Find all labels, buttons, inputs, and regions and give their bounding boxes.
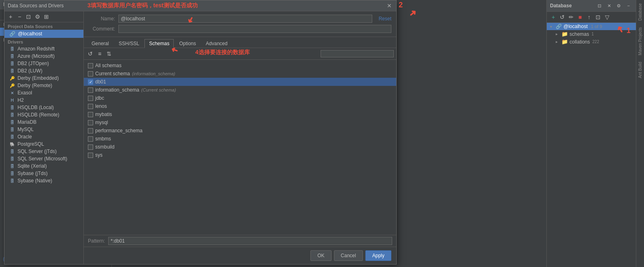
schema-item-mysql[interactable]: mysql	[84, 118, 396, 127]
tab-advanced[interactable]: Advanced	[201, 39, 232, 48]
schema-label-smbms: smbms	[95, 136, 111, 142]
checkbox-perf[interactable]	[88, 128, 93, 134]
schemas-tree-label: schemas	[570, 31, 589, 37]
schema-item-db01[interactable]: ✓ db01	[84, 78, 396, 86]
checkbox-ssmbuild[interactable]	[88, 144, 93, 150]
host-slash-icon: 🔗	[556, 24, 562, 29]
sidebar-remove-btn[interactable]: −	[15, 13, 24, 21]
reset-link[interactable]: Reset	[379, 16, 391, 22]
refresh-btn[interactable]: ↺	[86, 50, 94, 58]
db-edit-btn[interactable]: ✏	[567, 13, 575, 21]
db-panel-btn2[interactable]: ✕	[605, 2, 613, 10]
sidebar-driver-mysql[interactable]: 🗄MySQL	[4, 126, 83, 133]
sort-btn[interactable]: ⇅	[105, 50, 113, 58]
comment-input[interactable]	[118, 25, 391, 33]
schemas-list: All schemas Current schema (information_…	[84, 60, 396, 235]
sidebar-driver-db2-jtopen[interactable]: 🗄DB2 (JTOpen)	[4, 60, 83, 67]
side-tab-ant[interactable]: Ant Build	[637, 59, 643, 81]
pattern-input[interactable]	[108, 237, 392, 245]
schema-item-perf[interactable]: performance_schema	[84, 127, 396, 135]
sidebar-driver-sybase-jtds[interactable]: 🗄Sybase (jTds)	[4, 170, 83, 177]
ok-button[interactable]: OK	[310, 250, 331, 261]
sidebar-driver-sqlserver-ms[interactable]: 🗄SQL Server (Microsoft)	[4, 155, 83, 162]
tab-sshssl[interactable]: SSH/SSL	[114, 39, 144, 48]
cancel-button[interactable]: Cancel	[334, 250, 363, 261]
db-add-btn[interactable]: +	[549, 13, 557, 21]
sidebar-localhost-item[interactable]: 🔗 @localhost	[4, 30, 83, 38]
schema-item-sys[interactable]: sys	[84, 151, 396, 159]
side-tab-maven[interactable]: Maven Projects	[637, 24, 643, 59]
db-panel-btn3[interactable]: ⚙	[615, 2, 623, 10]
schema-item-all[interactable]: All schemas	[84, 61, 396, 70]
sidebar-driver-exasol[interactable]: ✕Exasol	[4, 89, 83, 96]
sidebar-driver-h2[interactable]: HH2	[4, 96, 83, 104]
schema-item-lenos[interactable]: lenos	[84, 102, 396, 110]
sidebar-driver-derby-rem[interactable]: 🔑Derby (Remote)	[4, 82, 83, 89]
sidebar-driver-sqlserver-jtds[interactable]: 🗄SQL Server (jTds)	[4, 148, 83, 155]
db-panel-btn4[interactable]: −	[624, 2, 633, 10]
checkbox-all[interactable]	[88, 63, 93, 68]
sidebar-driver-azure[interactable]: 🗄Azure (Microsoft)	[4, 53, 83, 60]
schema-item-smbms[interactable]: smbms	[84, 135, 396, 143]
db-panel-btn1[interactable]: ⊡	[595, 2, 603, 10]
db-host-item[interactable]: ▾ 🔗 @localhost 1 of 9	[547, 23, 636, 30]
schema-label-mysql: mysql	[95, 120, 108, 125]
checkbox-current[interactable]	[88, 71, 93, 77]
dialog-titlebar: Data Sources and Drivers ✕	[4, 0, 396, 11]
right-panel-title: Database ⊡ ✕ ⚙ −	[547, 0, 636, 12]
checkbox-mysql[interactable]	[88, 120, 93, 125]
checkbox-sys[interactable]	[88, 153, 93, 158]
schema-search-input[interactable]	[321, 50, 394, 57]
sidebar-driver-derby-emb[interactable]: 🔑Derby (Embedded)	[4, 74, 83, 82]
sidebar-driver-sybase-native[interactable]: 🗄Sybase (Native)	[4, 177, 83, 184]
checkbox-mybatis[interactable]	[88, 112, 93, 117]
sidebar-more-btn[interactable]: ⊞	[42, 13, 50, 21]
dialog-main: Name: Reset Comment: General SSH/SSL Sch…	[84, 11, 396, 264]
db-collations-item[interactable]: ▸ 📁 collations 222	[547, 38, 636, 46]
tab-options[interactable]: Options	[175, 39, 200, 48]
schema-label-sys: sys	[95, 152, 103, 158]
schema-label-perf: performance_schema	[95, 128, 142, 134]
db-refresh-btn[interactable]: ↺	[558, 13, 566, 21]
apply-button[interactable]: Apply	[365, 250, 391, 261]
sidebar-copy-btn[interactable]: ⊡	[24, 13, 33, 21]
checkbox-info-schema[interactable]	[88, 88, 93, 93]
sidebar-driver-db2-luw[interactable]: 🗄DB2 (LUW)	[4, 67, 83, 74]
schemas-toolbar: ↺ ≡ ⇅	[84, 48, 396, 60]
schema-item-info-schema[interactable]: information_schema (Current schema)	[84, 86, 396, 94]
sidebar-driver-mariadb[interactable]: 🗄MariaDB	[4, 118, 83, 126]
data-sources-dialog: Data Sources and Drivers ✕ + − ⊡ ⚙ ⊞ Pro…	[4, 0, 397, 265]
db-schemas-item[interactable]: ▸ 📁 schemas 1	[547, 30, 636, 38]
side-tab-database[interactable]: Database	[637, 0, 643, 24]
ide-background: Data Sources and Drivers + − ⊡ ⚙ ⊞ Proje…	[0, 0, 644, 267]
sidebar-drivers-label: Drivers	[4, 38, 83, 45]
schema-item-jdbc[interactable]: jdbc	[84, 94, 396, 102]
list-btn[interactable]: ≡	[96, 50, 104, 58]
sidebar-driver-hsqldb-local[interactable]: 🗄HSQLDB (Local)	[4, 104, 83, 111]
checkbox-db01[interactable]: ✓	[88, 79, 93, 85]
name-input[interactable]	[118, 15, 372, 23]
sidebar-driver-sqlite[interactable]: 🗄Sqlite (Xerial)	[4, 162, 83, 170]
schema-item-current[interactable]: Current schema (information_schema)	[84, 70, 396, 78]
tab-general[interactable]: General	[87, 39, 114, 48]
dialog-header: Name: Reset Comment:	[84, 11, 396, 37]
db-filter-btn[interactable]: ▽	[603, 13, 611, 21]
db-copy-btn[interactable]: ⊡	[594, 13, 602, 21]
sidebar-add-btn[interactable]: +	[7, 13, 15, 21]
dialog-close-button[interactable]: ✕	[386, 2, 393, 9]
checkbox-smbms[interactable]	[88, 136, 93, 142]
tab-schemas[interactable]: Schemas	[144, 39, 174, 48]
sidebar-driver-amazon[interactable]: 🗄Amazon Redshift	[4, 45, 83, 53]
db-up-btn[interactable]: ↑	[585, 13, 593, 21]
dialog-body: + − ⊡ ⚙ ⊞ Project Data Sources 🔗 @localh…	[4, 11, 396, 264]
db-stop-btn[interactable]: ■	[576, 13, 584, 21]
sidebar-driver-oracle[interactable]: 🗄Oracle	[4, 133, 83, 140]
checkbox-jdbc[interactable]	[88, 96, 93, 101]
sidebar-driver-hsqldb-remote[interactable]: 🗄HSQLDB (Remote)	[4, 111, 83, 118]
sidebar-settings-btn[interactable]: ⚙	[33, 13, 41, 21]
sidebar-driver-postgresql[interactable]: 🐘PostgreSQL	[4, 140, 83, 148]
checkbox-lenos[interactable]	[88, 104, 93, 109]
schema-item-ssmbuild[interactable]: ssmbuild	[84, 143, 396, 151]
schema-item-mybatis[interactable]: mybatis	[84, 110, 396, 118]
db-host-label: @localhost	[563, 24, 588, 29]
